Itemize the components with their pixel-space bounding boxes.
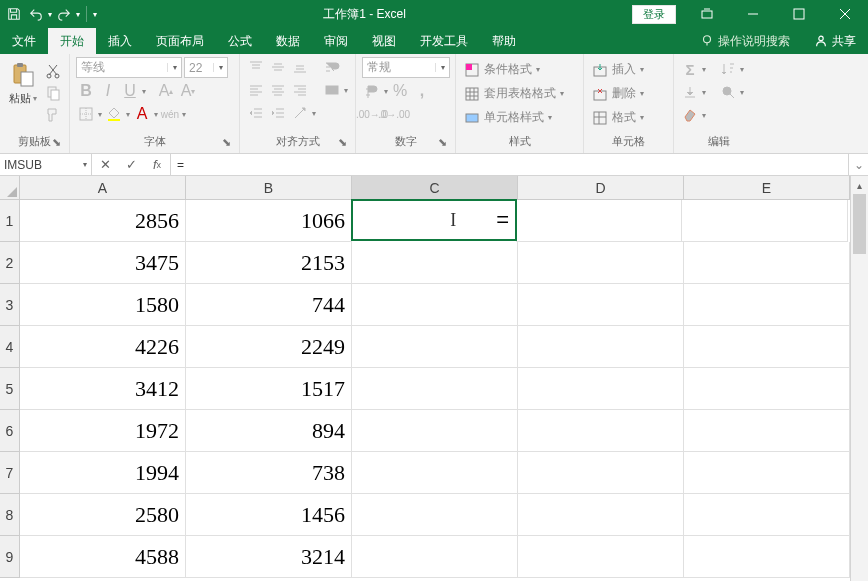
format-as-table-button[interactable]: 套用表格格式▾ [462,83,566,104]
align-bottom-icon[interactable] [290,57,310,77]
dialog-launcher-icon[interactable]: ⬊ [219,136,233,150]
close-icon[interactable] [822,0,868,28]
cell[interactable]: 894 [186,410,352,452]
cancel-formula-icon[interactable]: ✕ [92,157,118,172]
format-cells-button[interactable]: 格式▾ [590,107,646,128]
cell[interactable] [352,284,518,326]
cell[interactable]: I= [351,199,517,241]
increase-font-icon[interactable]: A▴ [156,81,176,101]
fill-color-icon[interactable] [104,104,124,124]
formula-input[interactable]: = [171,154,848,175]
cell-styles-button[interactable]: 单元格样式▾ [462,107,554,128]
cell[interactable]: 1994 [20,452,186,494]
cell[interactable]: 738 [186,452,352,494]
tab-公式[interactable]: 公式 [216,28,264,54]
increase-indent-icon[interactable] [268,103,288,123]
cell[interactable] [684,536,850,578]
row-header[interactable]: 9 [0,536,20,578]
col-header[interactable]: B [186,176,352,200]
copy-icon[interactable] [43,83,63,103]
cell[interactable] [684,242,850,284]
col-header[interactable]: A [20,176,186,200]
comma-icon[interactable]: , [412,81,432,101]
font-name-combo[interactable]: 等线▾ [76,57,182,78]
wrap-text-icon[interactable] [322,57,342,77]
col-header[interactable]: D [518,176,684,200]
tell-me[interactable]: 操作说明搜索 [688,28,802,54]
tab-数据[interactable]: 数据 [264,28,312,54]
cell[interactable] [352,326,518,368]
scroll-up-icon[interactable]: ▴ [851,176,868,194]
cell[interactable]: 3412 [20,368,186,410]
select-all-cell[interactable] [0,176,20,200]
tab-开发工具[interactable]: 开发工具 [408,28,480,54]
minimize-icon[interactable] [730,0,776,28]
format-painter-icon[interactable] [43,105,63,125]
scroll-thumb[interactable] [853,194,866,254]
paste-button[interactable]: 粘贴▾ [6,57,39,106]
dialog-launcher-icon[interactable]: ⬊ [49,136,63,150]
autosum-icon[interactable]: Σ [680,59,700,79]
percent-icon[interactable]: % [390,81,410,101]
tab-页面布局[interactable]: 页面布局 [144,28,216,54]
cell[interactable]: 3214 [186,536,352,578]
align-center-icon[interactable] [268,80,288,100]
tab-审阅[interactable]: 审阅 [312,28,360,54]
cell[interactable]: 1456 [186,494,352,536]
insert-cells-button[interactable]: 插入▾ [590,59,646,80]
expand-formula-bar-icon[interactable]: ⌄ [848,154,868,175]
row-header[interactable]: 8 [0,494,20,536]
row-header[interactable]: 3 [0,284,20,326]
align-top-icon[interactable] [246,57,266,77]
dialog-launcher-icon[interactable]: ⬊ [335,136,349,150]
cell[interactable] [518,494,684,536]
cell[interactable] [682,200,848,242]
decrease-font-icon[interactable]: A▾ [178,81,198,101]
cell[interactable] [684,410,850,452]
name-box[interactable]: IMSUB▾ [0,154,92,175]
login-button[interactable]: 登录 [632,5,676,24]
cell[interactable]: 1972 [20,410,186,452]
accounting-icon[interactable] [362,81,382,101]
cell[interactable] [518,368,684,410]
row-header[interactable]: 4 [0,326,20,368]
row-header[interactable]: 7 [0,452,20,494]
tab-视图[interactable]: 视图 [360,28,408,54]
cell[interactable] [352,242,518,284]
save-icon[interactable] [4,4,24,24]
decrease-decimal-icon[interactable]: .0→.00 [384,104,404,124]
cell[interactable] [684,326,850,368]
align-right-icon[interactable] [290,80,310,100]
cell[interactable]: 744 [186,284,352,326]
vertical-scrollbar[interactable]: ▴ [850,176,868,581]
tab-开始[interactable]: 开始 [48,28,96,54]
conditional-format-button[interactable]: 条件格式▾ [462,59,542,80]
cell[interactable]: 3475 [20,242,186,284]
cell[interactable] [516,200,682,242]
cell[interactable] [684,284,850,326]
cell[interactable] [352,368,518,410]
cell[interactable]: 2249 [186,326,352,368]
cell[interactable]: 2856 [20,200,186,242]
cell[interactable] [684,494,850,536]
col-header[interactable]: C [352,176,518,200]
cell[interactable]: 2580 [20,494,186,536]
italic-icon[interactable]: I [98,81,118,101]
cell[interactable]: 4226 [20,326,186,368]
fill-icon[interactable] [680,82,700,102]
find-select-icon[interactable] [718,82,738,102]
cell[interactable]: 4588 [20,536,186,578]
border-icon[interactable] [76,104,96,124]
row-header[interactable]: 6 [0,410,20,452]
decrease-indent-icon[interactable] [246,103,266,123]
cell[interactable] [352,494,518,536]
sort-filter-icon[interactable] [718,59,738,79]
ribbon-options-icon[interactable] [684,0,730,28]
tab-插入[interactable]: 插入 [96,28,144,54]
cut-icon[interactable] [43,61,63,81]
cell[interactable]: 2153 [186,242,352,284]
col-header[interactable]: E [684,176,850,200]
cell[interactable] [684,452,850,494]
underline-icon[interactable]: U [120,81,140,101]
cell[interactable] [518,452,684,494]
